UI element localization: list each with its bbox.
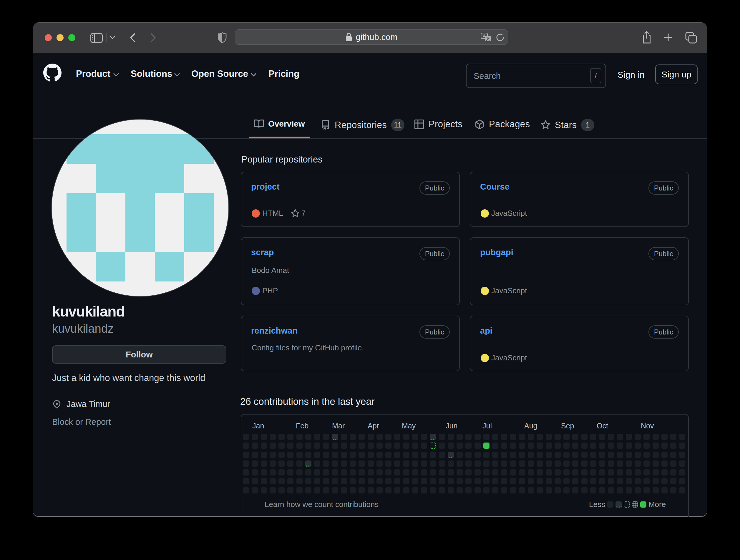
svg-text:文: 文 <box>486 36 490 41</box>
